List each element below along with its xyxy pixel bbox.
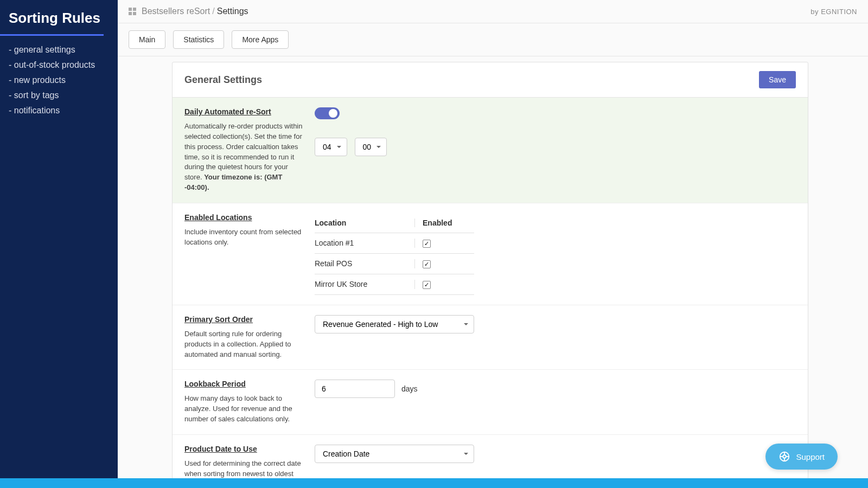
sidebar-underline	[0, 34, 104, 36]
locations-table: Location Enabled Location #1 ✓ Retail PO…	[315, 213, 474, 295]
locations-desc: Include inventory count from selected lo…	[184, 227, 304, 248]
svg-rect-2	[129, 12, 132, 15]
topbar: Bestsellers reSort / Settings by EGNITIO…	[118, 0, 868, 23]
sidebar-item-new[interactable]: - new products	[9, 73, 109, 88]
main: Bestsellers reSort / Settings by EGNITIO…	[118, 0, 868, 488]
minute-select[interactable]: 00	[355, 138, 387, 156]
section-primary: Primary Sort Order Default sorting rule …	[173, 305, 808, 370]
location-checkbox[interactable]: ✓	[423, 281, 431, 289]
breadcrumb-app[interactable]: Bestsellers reSort	[142, 7, 210, 16]
location-name: Location #1	[315, 239, 414, 248]
primary-heading: Primary Sort Order	[184, 315, 304, 324]
primary-sort-select[interactable]: Revenue Generated - High to Low	[315, 315, 474, 333]
productdate-select[interactable]: Creation Date	[315, 445, 474, 463]
card-title: General Settings	[184, 74, 262, 86]
resort-toggle[interactable]	[315, 107, 340, 119]
location-row: Retail POS ✓	[315, 254, 474, 274]
toggle-knob	[329, 109, 337, 118]
time-selects: 04 00	[315, 138, 796, 156]
tab-statistics[interactable]: Statistics	[173, 30, 224, 49]
resort-heading: Daily Automated re-Sort	[184, 107, 304, 116]
tab-main[interactable]: Main	[129, 30, 165, 49]
svg-rect-3	[133, 12, 136, 15]
support-label: Support	[796, 452, 825, 461]
tabs: Main Statistics More Apps	[118, 23, 868, 56]
save-button[interactable]: Save	[759, 71, 796, 88]
app-icon	[129, 8, 136, 15]
section-locations: Enabled Locations Include inventory coun…	[173, 203, 808, 305]
sidebar-item-oos[interactable]: - out-of-stock products	[9, 57, 109, 73]
sidebar-nav: - general settings - out-of-stock produc…	[0, 42, 118, 118]
sidebar-item-general[interactable]: - general settings	[9, 42, 109, 57]
locations-header-row: Location Enabled	[315, 213, 474, 233]
content[interactable]: General Settings Save Daily Automated re…	[118, 56, 868, 488]
location-row: Location #1 ✓	[315, 233, 474, 254]
col-enabled: Enabled	[414, 219, 474, 227]
location-name: Retail POS	[315, 259, 414, 268]
location-row: Mirror UK Store ✓	[315, 274, 474, 295]
primary-desc: Default sorting rule for ordering produc…	[184, 329, 304, 360]
location-checkbox[interactable]: ✓	[423, 240, 431, 248]
support-button[interactable]: Support	[765, 444, 838, 470]
lookback-desc: How many days to look back to analyze. U…	[184, 394, 304, 425]
location-checkbox[interactable]: ✓	[423, 260, 431, 268]
svg-rect-0	[129, 8, 132, 11]
sidebar-item-notifications[interactable]: - notifications	[9, 103, 109, 118]
hour-select[interactable]: 04	[315, 138, 347, 156]
byline: by EGNITION	[810, 8, 857, 16]
support-icon	[778, 451, 790, 463]
lookback-suffix: days	[401, 384, 418, 393]
col-location: Location	[315, 219, 414, 227]
svg-rect-1	[133, 8, 136, 11]
resort-desc: Automatically re-order products within s…	[184, 121, 304, 193]
productdate-heading: Product Date to Use	[184, 445, 304, 453]
sidebar-item-tags[interactable]: - sort by tags	[9, 88, 109, 103]
breadcrumb-current: Settings	[217, 7, 248, 16]
location-name: Mirror UK Store	[315, 280, 414, 289]
tab-more-apps[interactable]: More Apps	[232, 30, 289, 49]
lookback-input[interactable]	[315, 380, 395, 398]
lookback-heading: Lookback Period	[184, 380, 304, 388]
section-resort: Daily Automated re-Sort Automatically re…	[173, 98, 808, 203]
sidebar-title: Sorting Rules	[0, 0, 118, 34]
breadcrumb-sep: /	[212, 7, 214, 16]
section-lookback: Lookback Period How many days to look ba…	[173, 370, 808, 435]
locations-heading: Enabled Locations	[184, 213, 304, 222]
svg-point-5	[783, 455, 787, 458]
bottom-bar	[0, 478, 868, 488]
card-header: General Settings Save	[173, 62, 808, 98]
sidebar: Sorting Rules - general settings - out-o…	[0, 0, 118, 488]
settings-card: General Settings Save Daily Automated re…	[172, 62, 808, 488]
